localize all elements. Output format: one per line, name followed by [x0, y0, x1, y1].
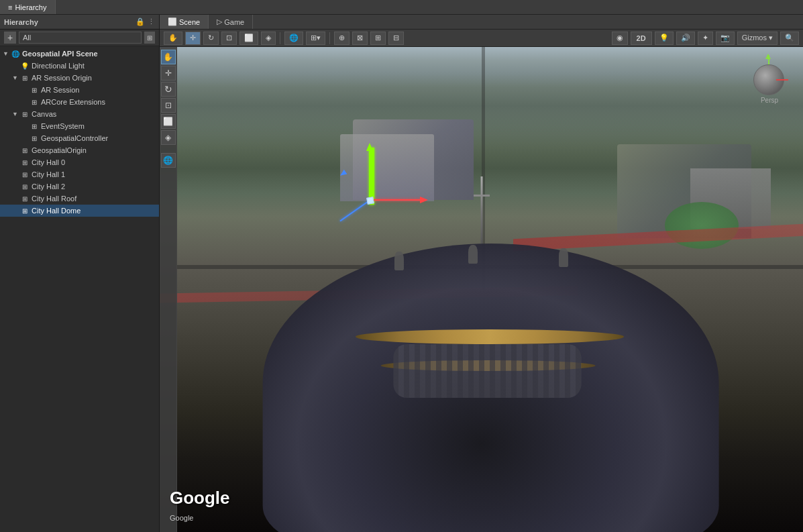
grid-snap-button[interactable]: ⊞▾ — [306, 32, 325, 45]
toolbar-right-area: ◉ 2D 💡 🔊 ✦ 📷 Gizmos ▾ 🔍 — [612, 32, 799, 45]
tab-game[interactable]: ▷ Game — [209, 15, 253, 29]
tree-item-dir-light[interactable]: 💡 Directional Light — [0, 60, 159, 72]
hierarchy-menu-icon[interactable]: ⋮ — [148, 17, 155, 26]
scene-search-button[interactable]: 🔍 — [780, 32, 799, 45]
scene-tools-panel: ✋ ✛ ↻ ⊡ ⬜ ◈ 🌐 — [160, 47, 177, 532]
rotate-tool-button[interactable]: ↻ — [203, 32, 219, 45]
scene-viewport[interactable]: Persp ✋ ✛ ↻ ⊡ ⬜ ◈ 🌐 Google Google — [160, 47, 803, 532]
geoorigin-icon: ⊞ — [20, 146, 30, 155]
tree-item-arcore-ext[interactable]: ⊞ ARCore Extensions — [0, 96, 159, 108]
gizmo-x-axis — [370, 199, 424, 201]
move-tool-button[interactable]: ✛ — [185, 32, 201, 45]
nav-y-arrow — [765, 54, 771, 59]
hierarchy-search-bar: + ⊞ — [0, 30, 159, 46]
scene-scale-button[interactable]: ⊡ — [161, 98, 176, 113]
fx2-button[interactable]: ✦ — [698, 32, 713, 45]
2d-button[interactable]: 2D — [631, 32, 652, 45]
tab-scene[interactable]: ⬜ Scene — [160, 15, 209, 29]
hierarchy-tab-label: Hierarchy — [15, 3, 46, 11]
chdome-icon: ⊞ — [20, 206, 30, 215]
rect-tool-button[interactable]: ⬜ — [239, 32, 258, 45]
ch1-icon: ⊞ — [20, 170, 30, 179]
lighting-button[interactable]: 💡 — [655, 32, 674, 45]
game-tab-label: Game — [224, 18, 244, 26]
tree-item-event-system[interactable]: ⊞ EventSystem — [0, 120, 159, 132]
scene-move-button[interactable]: ✛ — [161, 66, 176, 81]
toolbar-sep-2 — [329, 32, 330, 44]
fx-button[interactable]: ◉ — [612, 32, 628, 45]
tree-item-canvas[interactable]: ▼ ⊞ Canvas — [0, 108, 159, 120]
ch2-icon: ⊞ — [20, 182, 30, 191]
ar-origin-arrow: ▼ — [12, 74, 20, 81]
chroof-icon: ⊞ — [20, 194, 30, 203]
scene-transform-button[interactable]: ◈ — [161, 130, 176, 145]
scene-globe-button[interactable]: 🌐 — [161, 153, 176, 168]
chdome-label: City Hall Dome — [32, 207, 81, 215]
chroof-label: City Hall Roof — [32, 195, 76, 203]
tree-item-city-hall-1[interactable]: ⊞ City Hall 1 — [0, 168, 159, 180]
scene-hand-button[interactable]: ✋ — [161, 50, 176, 64]
tree-item-geo-origin[interactable]: ⊞ GeospatialOrigin — [0, 144, 159, 156]
dome-figure-2 — [559, 248, 568, 267]
tree-item-city-hall-dome[interactable]: ⊞ City Hall Dome — [0, 205, 159, 217]
tab-hierarchy[interactable]: ≡ Hierarchy — [0, 0, 56, 14]
dome-figure-3 — [468, 245, 478, 264]
ar-session-label: AR Session — [41, 86, 79, 94]
gizmo-y-axis — [369, 148, 374, 205]
root-label: Geospatial API Scene — [22, 50, 98, 58]
snap-button[interactable]: ⊟ — [388, 32, 404, 45]
tree-item-city-hall-roof[interactable]: ⊞ City Hall Roof — [0, 193, 159, 205]
ch0-label: City Hall 0 — [32, 158, 65, 166]
ar-origin-icon: ⊞ — [20, 73, 30, 83]
scene-toolbar: ✋ ✛ ↻ ⊡ ⬜ ◈ 🌐 ⊞▾ ⊕ ⊠ ⊞ ⊟ ◉ 2D 💡 🔊 ✦ 📷 — [160, 30, 803, 47]
scene-camera-button[interactable]: 📷 — [716, 32, 735, 45]
google-small-watermark: Google — [170, 514, 193, 522]
top-tab-bar: ≡ Hierarchy — [0, 0, 803, 15]
dome-spire-cross — [474, 195, 490, 197]
tree-item-ar-session[interactable]: ⊞ AR Session — [0, 84, 159, 96]
hierarchy-panel: Hierarchy 🔒 ⋮ + ⊞ ▼ 🌐 Geospatial API Sce… — [0, 15, 160, 532]
root-icon: 🌐 — [11, 49, 20, 58]
global-local-button[interactable]: ⊞ — [370, 32, 386, 45]
ch0-icon: ⊞ — [20, 158, 30, 167]
transform-all-button[interactable]: ◈ — [261, 32, 276, 45]
audio-button[interactable]: 🔊 — [676, 32, 695, 45]
arcore-icon: ⊞ — [30, 97, 39, 107]
ch1-label: City Hall 1 — [32, 170, 65, 178]
hierarchy-header-icons: 🔒 ⋮ — [136, 17, 155, 26]
scale-tool-button[interactable]: ⊡ — [221, 32, 237, 45]
pivot-mode-button[interactable]: ⊠ — [352, 32, 368, 45]
tree-item-city-hall-2[interactable]: ⊞ City Hall 2 — [0, 180, 159, 193]
dome-spire — [480, 176, 482, 244]
dir-light-icon: 💡 — [20, 61, 30, 70]
dome-figure-1 — [394, 252, 404, 270]
geoctl-icon: ⊞ — [30, 134, 39, 143]
hierarchy-tree: ▼ 🌐 Geospatial API Scene 💡 Directional L… — [0, 46, 159, 532]
hierarchy-add-button[interactable]: + — [4, 32, 16, 44]
nav-gizmo-container: Persp — [749, 54, 790, 104]
globe-view-button[interactable]: 🌐 — [284, 32, 303, 45]
main-area: Hierarchy 🔒 ⋮ + ⊞ ▼ 🌐 Geospatial API Sce… — [0, 15, 803, 532]
hierarchy-panel-header: Hierarchy 🔒 ⋮ — [0, 15, 159, 30]
canvas-arrow: ▼ — [12, 111, 20, 117]
dir-light-label: Directional Light — [32, 62, 85, 70]
tree-item-root[interactable]: ▼ 🌐 Geospatial API Scene — [0, 48, 159, 60]
scene-rotate-button[interactable]: ↻ — [161, 82, 176, 97]
hierarchy-tab-icon: ≡ — [8, 3, 12, 11]
tree-item-geo-controller[interactable]: ⊞ GeospatialController — [0, 132, 159, 144]
gizmos-button[interactable]: Gizmos ▾ — [737, 32, 778, 45]
tree-item-ar-session-origin[interactable]: ▼ ⊞ AR Session Origin — [0, 72, 159, 84]
geoctl-label: GeospatialController — [41, 134, 108, 142]
nav-x-axis — [776, 79, 788, 81]
ar-origin-label: AR Session Origin — [32, 74, 92, 82]
hierarchy-grid-button[interactable]: ⊞ — [144, 32, 155, 44]
tree-item-city-hall-0[interactable]: ⊞ City Hall 0 — [0, 156, 159, 168]
scene-rect-button[interactable]: ⬜ — [161, 114, 176, 129]
pivot-center-button[interactable]: ⊕ — [334, 32, 350, 45]
hand-tool-button[interactable]: ✋ — [164, 32, 182, 45]
persp-label: Persp — [749, 97, 790, 104]
hierarchy-lock-icon[interactable]: 🔒 — [136, 17, 145, 26]
ch2-label: City Hall 2 — [32, 182, 65, 191]
hierarchy-search-input[interactable] — [19, 32, 142, 44]
scene-tab-label: Scene — [179, 18, 200, 26]
